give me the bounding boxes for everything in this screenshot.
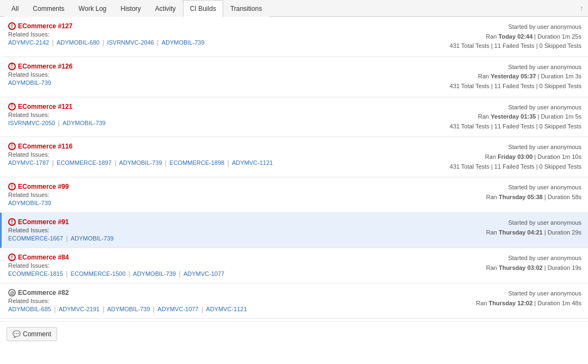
separator: | xyxy=(163,159,169,166)
build-item-build-121[interactable]: !ECommerce #121Related Issues:ISVRNMVC-2… xyxy=(0,97,588,138)
started-by-build-82: Started by user anonymous xyxy=(418,289,581,299)
related-link-build-116-0[interactable]: ADYMVC-1787 xyxy=(8,159,49,166)
build-left-build-126: !ECommerce #126Related Issues:ADYMOBIL-7… xyxy=(8,63,418,87)
started-by-build-91: Started by user anonymous xyxy=(418,218,581,228)
related-link-build-99-0[interactable]: ADYMOBIL-739 xyxy=(8,200,51,206)
related-links-build-91: ECOMMERCE-1667 | ADYMOBIL-739 xyxy=(8,235,418,242)
build-title-build-82: ⊘ECommerce #82 xyxy=(8,289,418,297)
related-link-build-82-3[interactable]: ADYMVC-1077 xyxy=(157,306,198,312)
ran-time-build-82: Ran Thursday 12:02 | Duration 1m 48s xyxy=(418,299,581,309)
ran-time-build-99: Ran Thursday 05:38 | Duration 58s xyxy=(418,193,581,202)
related-link-build-121-1[interactable]: ADYMOBIL-739 xyxy=(63,120,106,126)
related-link-build-82-4[interactable]: ADYMVC-1121 xyxy=(206,306,247,312)
related-links-build-99: ADYMOBIL-739 xyxy=(8,199,418,207)
scroll-up-button[interactable]: ↑ xyxy=(580,4,584,13)
tab-worklog[interactable]: Work Log xyxy=(71,0,113,17)
build-item-build-99[interactable]: !ECommerce #99Related Issues:ADYMOBIL-73… xyxy=(0,177,588,213)
related-link-build-84-0[interactable]: ECOMMERCE-1815 xyxy=(8,270,63,277)
error-icon-build-116: ! xyxy=(8,143,16,150)
related-issues-label-build-116: Related Issues: xyxy=(8,151,418,158)
related-link-build-116-3[interactable]: ECOMMERCE-1898 xyxy=(169,159,224,166)
related-link-build-116-4[interactable]: ADYMVC-1121 xyxy=(232,159,273,166)
started-by-build-99: Started by user anonymous xyxy=(418,183,581,193)
ran-time-build-84: Ran Thursday 03:02 | Duration 19s xyxy=(418,263,581,273)
related-link-build-116-1[interactable]: ECOMMERCE-1897 xyxy=(57,159,112,166)
build-left-build-82: ⊘ECommerce #82Related Issues:ADYMOBIL-68… xyxy=(8,289,418,313)
build-item-build-82[interactable]: ⊘ECommerce #82Related Issues:ADYMOBIL-68… xyxy=(0,283,588,319)
build-title-link-build-121[interactable]: ECommerce #121 xyxy=(18,103,72,110)
tab-activity[interactable]: Activity xyxy=(148,0,183,17)
related-links-build-126: ADYMOBIL-739 xyxy=(8,79,418,87)
separator: | xyxy=(64,270,70,277)
tab-cibuilds[interactable]: CI Builds xyxy=(183,0,223,17)
build-title-link-build-99[interactable]: ECommerce #99 xyxy=(18,183,69,190)
build-title-link-build-84[interactable]: ECommerce #84 xyxy=(18,254,69,261)
build-item-build-116[interactable]: !ECommerce #116Related Issues:ADYMVC-178… xyxy=(0,137,588,177)
ran-time-build-126: Ran Yesterday 05:37 | Duration 1m 3s xyxy=(418,72,581,82)
related-link-build-84-2[interactable]: ADYMOBIL-739 xyxy=(133,270,176,277)
related-issues-label-build-91: Related Issues: xyxy=(8,227,418,233)
related-link-build-121-0[interactable]: ISVRNMVC-2050 xyxy=(8,120,55,126)
started-by-build-121: Started by user anonymous xyxy=(418,103,581,113)
tab-comments[interactable]: Comments xyxy=(26,0,71,17)
comment-button[interactable]: 💬 Comment xyxy=(7,327,57,341)
build-title-link-build-91[interactable]: ECommerce #91 xyxy=(18,218,69,226)
related-issues-label-build-82: Related Issues: xyxy=(8,298,418,304)
related-link-build-126-0[interactable]: ADYMOBIL-739 xyxy=(8,79,51,86)
stats-build-121: 431 Total Tests | 11 Failed Tests | 0 Sk… xyxy=(418,122,581,132)
comment-bar: 💬 Comment xyxy=(0,321,588,347)
related-link-build-127-3[interactable]: ADYMOBIL-739 xyxy=(162,39,205,46)
ran-time-build-91: Ran Thursday 04:21 | Duration 29s xyxy=(418,228,581,238)
build-title-link-build-82[interactable]: ECommerce #82 xyxy=(18,289,69,297)
related-link-build-82-2[interactable]: ADYMOBIL-739 xyxy=(107,306,150,312)
related-links-build-127: ADYMVC-2142 | ADYMOBIL-680 | ISVRNMVC-20… xyxy=(8,39,418,46)
build-title-link-build-116[interactable]: ECommerce #116 xyxy=(18,143,72,150)
builds-list: !ECommerce #127Related Issues:ADYMVC-214… xyxy=(0,17,588,319)
build-right-build-116: Started by user anonymousRan Friday 03:0… xyxy=(418,143,581,171)
ran-time-build-127: Ran Today 02:44 | Duration 1m 25s xyxy=(418,32,581,42)
separator: | xyxy=(113,159,118,166)
build-title-link-build-127[interactable]: ECommerce #127 xyxy=(18,22,72,30)
separator: | xyxy=(151,305,157,313)
comment-button-label: Comment xyxy=(23,330,51,338)
related-links-build-116: ADYMVC-1787 | ECOMMERCE-1897 | ADYMOBIL-… xyxy=(8,159,418,166)
build-item-build-126[interactable]: !ECommerce #126Related Issues:ADYMOBIL-7… xyxy=(0,57,588,97)
build-item-build-91[interactable]: !ECommerce #91Related Issues:ECOMMERCE-1… xyxy=(0,213,588,248)
build-right-build-84: Started by user anonymousRan Thursday 03… xyxy=(418,254,581,273)
build-item-build-84[interactable]: !ECommerce #84Related Issues:ECOMMERCE-1… xyxy=(0,248,588,283)
related-link-build-91-0[interactable]: ECOMMERCE-1667 xyxy=(8,235,63,242)
build-title-build-91: !ECommerce #91 xyxy=(8,218,418,226)
related-link-build-82-1[interactable]: ADYMVC-2191 xyxy=(59,306,100,312)
related-links-build-82: ADYMOBIL-685 | ADYMVC-2191 | ADYMOBIL-73… xyxy=(8,305,418,313)
build-right-build-91: Started by user anonymousRan Thursday 04… xyxy=(418,218,581,237)
build-right-build-82: Started by user anonymousRan Thursday 12… xyxy=(418,289,581,308)
related-issues-label-build-121: Related Issues: xyxy=(8,112,418,118)
build-title-build-99: !ECommerce #99 xyxy=(8,183,418,190)
related-link-build-84-3[interactable]: ADYMVC-1077 xyxy=(183,270,224,277)
related-link-build-127-2[interactable]: ISVRNMVC-2046 xyxy=(107,39,154,46)
tab-transitions[interactable]: Transitions xyxy=(223,0,269,17)
related-link-build-127-1[interactable]: ADYMOBIL-680 xyxy=(57,39,100,46)
stats-build-127: 431 Total Tests | 11 Failed Tests | 0 Sk… xyxy=(418,41,581,51)
build-title-link-build-126[interactable]: ECommerce #126 xyxy=(18,63,72,70)
build-title-build-127: !ECommerce #127 xyxy=(8,22,418,30)
tabs-bar: AllCommentsWork LogHistoryActivityCI Bui… xyxy=(0,0,588,17)
build-left-build-91: !ECommerce #91Related Issues:ECOMMERCE-1… xyxy=(8,218,418,242)
build-left-build-116: !ECommerce #116Related Issues:ADYMVC-178… xyxy=(8,143,418,166)
stats-build-126: 431 Total Tests | 11 Failed Tests | 0 Sk… xyxy=(418,82,581,91)
build-right-build-99: Started by user anonymousRan Thursday 05… xyxy=(418,183,581,202)
tab-all[interactable]: All xyxy=(4,0,26,17)
build-item-build-127[interactable]: !ECommerce #127Related Issues:ADYMVC-214… xyxy=(0,17,588,57)
build-right-build-127: Started by user anonymousRan Today 02:44… xyxy=(418,22,581,51)
separator: | xyxy=(101,39,106,46)
related-link-build-127-0[interactable]: ADYMVC-2142 xyxy=(8,39,49,46)
tab-history[interactable]: History xyxy=(114,0,148,17)
stats-build-116: 431 Total Tests | 11 Failed Tests | 0 Sk… xyxy=(418,162,581,172)
related-issues-label-build-126: Related Issues: xyxy=(8,71,418,78)
related-link-build-91-1[interactable]: ADYMOBIL-739 xyxy=(71,235,114,242)
related-link-build-82-0[interactable]: ADYMOBIL-685 xyxy=(8,306,51,312)
related-link-build-116-2[interactable]: ADYMOBIL-739 xyxy=(119,159,162,166)
build-left-build-99: !ECommerce #99Related Issues:ADYMOBIL-73… xyxy=(8,183,418,207)
related-issues-label-build-127: Related Issues: xyxy=(8,31,418,38)
related-link-build-84-1[interactable]: ECOMMERCE-1500 xyxy=(71,270,126,277)
